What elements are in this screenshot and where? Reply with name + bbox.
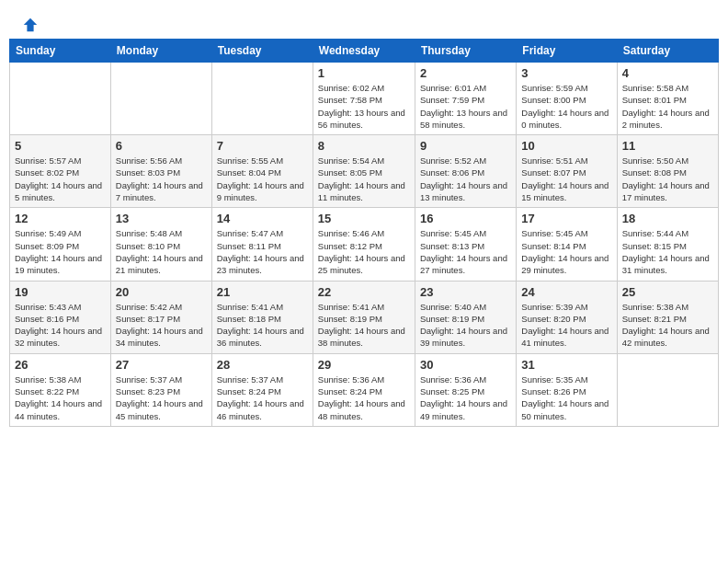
calendar-cell: 5Sunrise: 5:57 AMSunset: 8:02 PMDaylight… <box>10 135 111 208</box>
day-info: Sunrise: 5:51 AMSunset: 8:07 PMDaylight:… <box>521 155 611 203</box>
calendar-cell: 17Sunrise: 5:45 AMSunset: 8:14 PMDayligh… <box>517 208 617 281</box>
day-info: Sunrise: 6:02 AMSunset: 7:58 PMDaylight:… <box>318 82 410 131</box>
day-info: Sunrise: 5:36 AMSunset: 8:25 PMDaylight:… <box>420 373 511 422</box>
calendar-cell: 25Sunrise: 5:38 AMSunset: 8:21 PMDayligh… <box>617 281 718 353</box>
calendar-cell: 28Sunrise: 5:37 AMSunset: 8:24 PMDayligh… <box>211 353 313 426</box>
day-number: 4 <box>622 66 713 80</box>
weekday-header-saturday: Saturday <box>617 40 718 63</box>
calendar-cell: 20Sunrise: 5:42 AMSunset: 8:17 PMDayligh… <box>110 281 211 353</box>
week-row-4: 19Sunrise: 5:43 AMSunset: 8:16 PMDayligh… <box>10 281 719 353</box>
weekday-header-friday: Friday <box>517 40 617 63</box>
day-number: 25 <box>622 285 713 299</box>
calendar-cell <box>211 63 313 135</box>
day-info: Sunrise: 5:45 AMSunset: 8:14 PMDaylight:… <box>521 227 611 276</box>
calendar-cell: 7Sunrise: 5:55 AMSunset: 8:04 PMDaylight… <box>211 135 313 208</box>
logo-icon <box>22 17 39 33</box>
day-info: Sunrise: 5:43 AMSunset: 8:16 PMDaylight:… <box>15 301 106 350</box>
weekday-header-sunday: Sunday <box>10 40 111 63</box>
day-number: 14 <box>217 212 308 225</box>
weekday-header-thursday: Thursday <box>415 40 516 63</box>
day-number: 22 <box>318 285 410 299</box>
weekday-header-tuesday: Tuesday <box>211 40 313 63</box>
calendar-cell: 19Sunrise: 5:43 AMSunset: 8:16 PMDayligh… <box>10 281 111 353</box>
calendar-cell: 6Sunrise: 5:56 AMSunset: 8:03 PMDaylight… <box>110 135 211 208</box>
calendar-cell: 24Sunrise: 5:39 AMSunset: 8:20 PMDayligh… <box>517 281 617 353</box>
weekday-header-row: SundayMondayTuesdayWednesdayThursdayFrid… <box>10 40 719 63</box>
day-info: Sunrise: 5:36 AMSunset: 8:24 PMDaylight:… <box>318 373 410 422</box>
day-info: Sunrise: 5:41 AMSunset: 8:18 PMDaylight:… <box>217 301 308 350</box>
day-number: 29 <box>318 358 410 372</box>
day-number: 9 <box>420 139 511 153</box>
weekday-header-wednesday: Wednesday <box>313 40 415 63</box>
calendar-cell: 30Sunrise: 5:36 AMSunset: 8:25 PMDayligh… <box>415 353 516 426</box>
day-info: Sunrise: 5:55 AMSunset: 8:04 PMDaylight:… <box>217 155 308 203</box>
calendar-cell <box>110 63 211 135</box>
calendar-cell: 2Sunrise: 6:01 AMSunset: 7:59 PMDaylight… <box>415 63 516 135</box>
day-info: Sunrise: 5:38 AMSunset: 8:21 PMDaylight:… <box>622 301 713 350</box>
day-number: 5 <box>15 139 106 153</box>
calendar-cell: 11Sunrise: 5:50 AMSunset: 8:08 PMDayligh… <box>617 135 718 208</box>
calendar-cell: 3Sunrise: 5:59 AMSunset: 8:00 PMDaylight… <box>517 63 617 135</box>
day-number: 26 <box>15 358 106 372</box>
day-info: Sunrise: 5:38 AMSunset: 8:22 PMDaylight:… <box>15 373 106 422</box>
day-number: 10 <box>521 139 611 153</box>
day-info: Sunrise: 5:48 AMSunset: 8:10 PMDaylight:… <box>116 227 207 276</box>
day-info: Sunrise: 5:56 AMSunset: 8:03 PMDaylight:… <box>116 155 207 203</box>
calendar-table: SundayMondayTuesdayWednesdayThursdayFrid… <box>9 39 719 427</box>
calendar-cell: 15Sunrise: 5:46 AMSunset: 8:12 PMDayligh… <box>313 208 415 281</box>
day-number: 3 <box>521 66 611 80</box>
day-number: 2 <box>420 66 511 80</box>
weekday-header-monday: Monday <box>110 40 211 63</box>
logo <box>18 17 42 33</box>
calendar-cell: 1Sunrise: 6:02 AMSunset: 7:58 PMDaylight… <box>313 63 415 135</box>
calendar-cell: 29Sunrise: 5:36 AMSunset: 8:24 PMDayligh… <box>313 353 415 426</box>
day-info: Sunrise: 5:58 AMSunset: 8:01 PMDaylight:… <box>622 82 713 131</box>
calendar-cell: 12Sunrise: 5:49 AMSunset: 8:09 PMDayligh… <box>10 208 111 281</box>
day-number: 24 <box>521 285 611 299</box>
week-row-1: 1Sunrise: 6:02 AMSunset: 7:58 PMDaylight… <box>10 63 719 135</box>
day-number: 21 <box>217 285 308 299</box>
calendar-cell: 14Sunrise: 5:47 AMSunset: 8:11 PMDayligh… <box>211 208 313 281</box>
calendar-cell: 22Sunrise: 5:41 AMSunset: 8:19 PMDayligh… <box>313 281 415 353</box>
svg-marker-0 <box>24 18 37 31</box>
day-number: 19 <box>15 285 106 299</box>
calendar-cell <box>617 353 718 426</box>
day-info: Sunrise: 5:40 AMSunset: 8:19 PMDaylight:… <box>420 301 511 350</box>
day-number: 12 <box>15 212 106 225</box>
day-info: Sunrise: 5:44 AMSunset: 8:15 PMDaylight:… <box>622 227 713 276</box>
calendar-cell: 27Sunrise: 5:37 AMSunset: 8:23 PMDayligh… <box>110 353 211 426</box>
day-info: Sunrise: 5:59 AMSunset: 8:00 PMDaylight:… <box>521 82 611 131</box>
day-number: 27 <box>116 358 207 372</box>
day-info: Sunrise: 5:35 AMSunset: 8:26 PMDaylight:… <box>521 373 611 422</box>
day-number: 13 <box>116 212 207 225</box>
day-number: 18 <box>622 212 713 225</box>
day-info: Sunrise: 5:57 AMSunset: 8:02 PMDaylight:… <box>15 155 106 203</box>
calendar-cell: 4Sunrise: 5:58 AMSunset: 8:01 PMDaylight… <box>617 63 718 135</box>
day-number: 17 <box>521 212 611 225</box>
day-number: 20 <box>116 285 207 299</box>
page-header <box>9 9 719 39</box>
calendar-cell: 16Sunrise: 5:45 AMSunset: 8:13 PMDayligh… <box>415 208 516 281</box>
day-number: 30 <box>420 358 511 372</box>
day-info: Sunrise: 5:45 AMSunset: 8:13 PMDaylight:… <box>420 227 511 276</box>
day-info: Sunrise: 5:42 AMSunset: 8:17 PMDaylight:… <box>116 301 207 350</box>
calendar-cell: 8Sunrise: 5:54 AMSunset: 8:05 PMDaylight… <box>313 135 415 208</box>
day-number: 31 <box>521 358 611 372</box>
day-info: Sunrise: 5:47 AMSunset: 8:11 PMDaylight:… <box>217 227 308 276</box>
day-info: Sunrise: 5:46 AMSunset: 8:12 PMDaylight:… <box>318 227 410 276</box>
calendar-cell: 18Sunrise: 5:44 AMSunset: 8:15 PMDayligh… <box>617 208 718 281</box>
calendar-cell: 21Sunrise: 5:41 AMSunset: 8:18 PMDayligh… <box>211 281 313 353</box>
day-info: Sunrise: 5:50 AMSunset: 8:08 PMDaylight:… <box>622 155 713 203</box>
day-info: Sunrise: 5:49 AMSunset: 8:09 PMDaylight:… <box>15 227 106 276</box>
day-info: Sunrise: 6:01 AMSunset: 7:59 PMDaylight:… <box>420 82 511 131</box>
week-row-5: 26Sunrise: 5:38 AMSunset: 8:22 PMDayligh… <box>10 353 719 426</box>
day-number: 1 <box>318 66 410 80</box>
calendar-cell: 23Sunrise: 5:40 AMSunset: 8:19 PMDayligh… <box>415 281 516 353</box>
day-info: Sunrise: 5:54 AMSunset: 8:05 PMDaylight:… <box>318 155 410 203</box>
day-number: 11 <box>622 139 713 153</box>
day-info: Sunrise: 5:37 AMSunset: 8:24 PMDaylight:… <box>217 373 308 422</box>
day-number: 15 <box>318 212 410 225</box>
day-number: 8 <box>318 139 410 153</box>
calendar-cell: 26Sunrise: 5:38 AMSunset: 8:22 PMDayligh… <box>10 353 111 426</box>
day-info: Sunrise: 5:52 AMSunset: 8:06 PMDaylight:… <box>420 155 511 203</box>
